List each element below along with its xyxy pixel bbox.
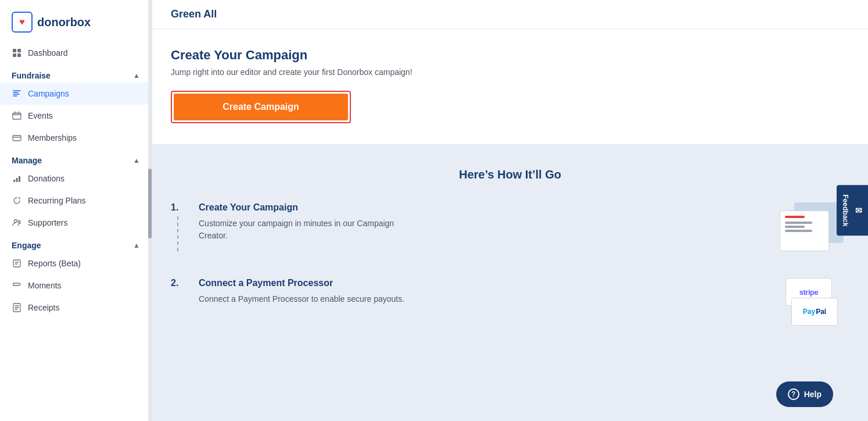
svg-rect-10 (13, 260, 20, 267)
step-2-number-col: 2. (171, 278, 185, 288)
step-2-title: Connect a Payment Processor (199, 278, 766, 288)
create-campaign-heading: Create Your Campaign (171, 48, 849, 63)
sidebar-scrollbar[interactable] (148, 0, 152, 421)
step-1-number: 1. (171, 202, 185, 213)
step-2: 2. Connect a Payment Processor Connect a… (171, 278, 849, 330)
illus-line-red (785, 216, 805, 218)
recurring-plans-label: Recurring Plans (28, 196, 86, 205)
receipts-label: Receipts (28, 303, 59, 312)
feedback-icon: ✉ (854, 206, 863, 215)
engage-label: Engage (12, 241, 41, 250)
svg-point-8 (15, 220, 17, 223)
memberships-icon (12, 133, 22, 143)
supporters-icon (12, 217, 22, 228)
how-it-goes-heading: Here’s How It’ll Go (171, 168, 849, 181)
help-button[interactable]: ? Help (776, 381, 833, 407)
sidebar-item-receipts[interactable]: Receipts (0, 297, 152, 319)
steps-list: 1. Create Your Campaign Customize your c… (171, 202, 849, 330)
logo-text: donorbox (37, 16, 91, 29)
svg-rect-0 (13, 49, 16, 52)
how-it-goes-section: Here’s How It’ll Go 1. Create Your Campa… (152, 145, 868, 421)
step-2-content: Connect a Payment Processor Connect a Pa… (199, 278, 766, 305)
manage-chevron-icon: ▲ (133, 156, 140, 165)
sidebar-item-donations[interactable]: Donations (0, 167, 152, 190)
illus-lines-group (785, 222, 824, 232)
svg-rect-2 (13, 53, 16, 57)
events-icon (12, 110, 22, 121)
donations-icon (12, 173, 22, 184)
step-1-content: Create Your Campaign Customize your camp… (199, 202, 766, 242)
manage-label: Manage (12, 156, 42, 165)
create-campaign-button[interactable]: Create Campaign (174, 94, 348, 120)
page-title-bar: Green All (152, 0, 868, 29)
illus-line-2 (785, 226, 805, 228)
sidebar-item-recurring-plans[interactable]: Recurring Plans (0, 190, 152, 212)
donations-label: Donations (28, 174, 64, 183)
sidebar: ♥ donorbox Dashboard Fundraise ▲ Campaig… (0, 0, 152, 421)
logo-heart-icon: ♥ (19, 17, 25, 27)
memberships-label: Memberships (28, 133, 77, 142)
help-circle-icon: ? (788, 388, 799, 400)
step-2-number: 2. (171, 278, 185, 288)
page-title: Green All (171, 8, 217, 20)
step-1-description: Customize your campaign in minutes in ou… (199, 217, 419, 242)
logo[interactable]: ♥ donorbox (0, 0, 152, 42)
moments-icon (12, 280, 22, 291)
fundraise-header[interactable]: Fundraise ▲ (0, 64, 152, 83)
campaigns-label: Campaigns (28, 89, 69, 98)
step-1-number-col: 1. (171, 202, 185, 251)
step-1-title: Create Your Campaign (199, 202, 766, 213)
paypal-p-icon: Pay (803, 308, 815, 316)
svg-rect-4 (13, 135, 21, 141)
logo-icon: ♥ (12, 12, 33, 33)
step-2-description: Connect a Payment Processor to enable se… (199, 293, 419, 305)
svg-rect-6 (16, 178, 18, 182)
manage-header[interactable]: Manage ▲ (0, 149, 152, 167)
sidebar-item-events[interactable]: Events (0, 105, 152, 127)
fundraise-chevron-icon: ▲ (133, 72, 140, 80)
sidebar-item-reports[interactable]: Reports (Beta) (0, 252, 152, 274)
moments-label: Moments (28, 281, 62, 290)
reports-icon (12, 258, 22, 269)
fundraise-label: Fundraise (12, 71, 51, 80)
svg-rect-7 (19, 176, 20, 182)
scrollbar-thumb (148, 169, 152, 238)
help-label: Help (804, 390, 822, 399)
svg-rect-3 (17, 53, 21, 57)
main-content: Green All Create Your Campaign Jump righ… (152, 0, 868, 421)
create-campaign-btn-wrapper: Create Campaign (171, 91, 351, 123)
svg-rect-1 (17, 49, 21, 52)
supporters-label: Supporters (28, 218, 67, 227)
svg-point-9 (18, 220, 20, 223)
step-1: 1. Create Your Campaign Customize your c… (171, 202, 849, 255)
illus-line-3 (785, 230, 812, 232)
sidebar-item-campaigns[interactable]: Campaigns (0, 83, 152, 105)
engage-chevron-icon: ▲ (133, 241, 140, 249)
dashboard-label: Dashboard (28, 48, 68, 58)
campaign-illustration (780, 202, 844, 255)
sidebar-item-moments[interactable]: Moments (0, 274, 152, 297)
illus-line-1 (785, 222, 812, 224)
campaigns-icon (12, 88, 22, 99)
receipts-icon (12, 302, 22, 313)
dashboard-icon (12, 48, 22, 58)
feedback-tab[interactable]: ✉ Feedback (837, 185, 868, 236)
paypal-pal-icon: Pal (816, 308, 826, 316)
feedback-label: Feedback (841, 194, 849, 226)
sidebar-item-memberships[interactable]: Memberships (0, 127, 152, 149)
events-label: Events (28, 111, 53, 120)
paypal-card: PayPal (791, 298, 838, 326)
recurring-plans-icon (12, 195, 22, 206)
illus-card-front (780, 211, 829, 251)
engage-header[interactable]: Engage ▲ (0, 234, 152, 252)
sidebar-item-dashboard[interactable]: Dashboard (0, 42, 152, 64)
payment-illustration: stripe PayPal (780, 278, 844, 330)
create-campaign-card: Create Your Campaign Jump right into our… (152, 29, 868, 145)
svg-rect-5 (13, 180, 15, 182)
reports-label: Reports (Beta) (28, 259, 81, 268)
step-2-illustration: stripe PayPal (780, 278, 849, 330)
step-1-dashed-line (177, 216, 178, 251)
create-campaign-subtext: Jump right into our editor and create yo… (171, 67, 849, 77)
sidebar-item-supporters[interactable]: Supporters (0, 212, 152, 234)
